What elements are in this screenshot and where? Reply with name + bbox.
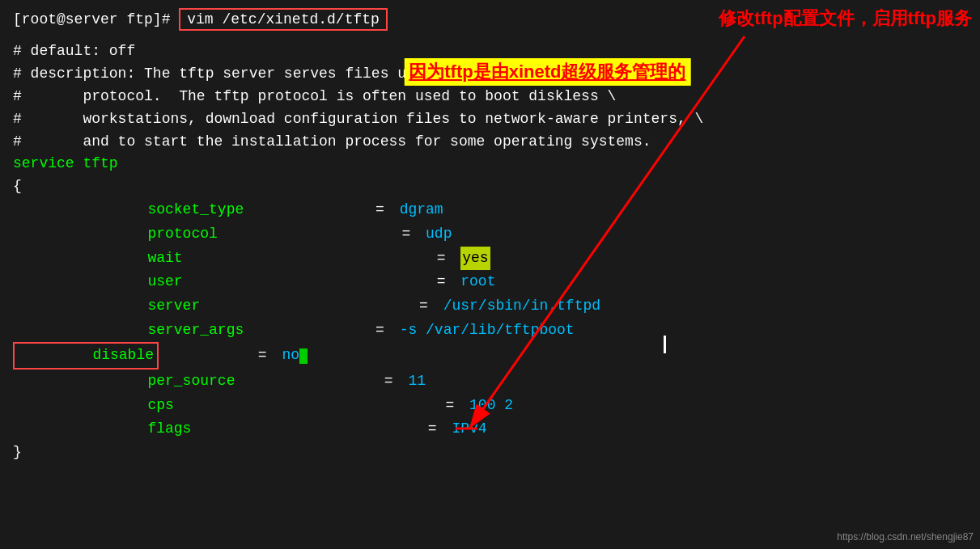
command-box: vim /etc/xinetd.d/tftp [179, 8, 388, 31]
value-server: /usr/sbin/in.tftpd [443, 294, 600, 319]
service-line: service tftp [13, 153, 967, 175]
equals-5: = [288, 294, 437, 319]
brace-open: { [13, 175, 967, 198]
value-socket-type: dgram [400, 198, 443, 222]
equals-2: = [288, 222, 419, 247]
equals-10: = [288, 417, 445, 441]
config-wait: wait = yes [13, 247, 967, 271]
equals-3: = [288, 247, 454, 271]
key-server: server [13, 294, 288, 319]
key-socket-type: socket_type [13, 198, 288, 222]
prompt-text: [root@server ftp]# [13, 11, 179, 27]
config-server: server = /usr/sbin/in.tftpd [13, 294, 967, 319]
config-server-args: server_args = -s /var/lib/tftpboot [13, 319, 967, 343]
value-flags: IPv4 [452, 417, 486, 441]
config-protocol: protocol = udp [13, 222, 967, 247]
comment-line-1: # default: off [13, 40, 967, 63]
disable-box: disable [13, 342, 159, 370]
value-wait: yes [460, 247, 490, 271]
equals-7: = [162, 344, 275, 368]
config-disable: disable = no [13, 342, 967, 370]
value-cps: 100 2 [469, 394, 513, 418]
comment-line-2: # description: The tftp server serves fi… [13, 63, 967, 86]
key-cps: cps [13, 394, 288, 418]
key-per-source: per_source [13, 370, 288, 394]
prompt-line: [root@server ftp]# vim /etc/xinetd.d/tft… [13, 8, 967, 31]
key-server-args: server_args [13, 319, 288, 343]
value-protocol: udp [426, 222, 452, 247]
config-cps: cps = 100 2 [13, 394, 967, 418]
config-per-source: per_source = 11 [13, 370, 967, 394]
key-wait: wait [13, 247, 288, 271]
equals-9: = [288, 394, 463, 418]
value-server-args: -s /var/lib/tftpboot [400, 319, 575, 343]
key-user: user [13, 270, 288, 294]
value-user: root [460, 270, 495, 294]
key-flags: flags [13, 417, 288, 441]
disable-value-group: no [282, 344, 308, 368]
key-disable: disable [16, 344, 154, 368]
equals-8: = [288, 370, 401, 394]
equals-1: = [288, 198, 393, 222]
equals-4: = [288, 270, 454, 294]
key-protocol: protocol [13, 222, 288, 247]
comment-line-5: # and to start the installation process … [13, 131, 967, 154]
config-user: user = root [13, 270, 967, 294]
brace-close: } [13, 441, 967, 464]
comment-line-4: # workstations, download configuration f… [13, 108, 967, 131]
equals-6: = [288, 319, 393, 343]
watermark: https://blog.csdn.net/shengjie87 [837, 531, 974, 543]
comment-line-3: # protocol. The tftp protocol is often u… [13, 86, 967, 108]
value-per-source: 11 [408, 370, 426, 394]
config-flags: flags = IPv4 [13, 417, 967, 441]
value-disable: no [282, 344, 299, 368]
cursor-block [299, 348, 308, 364]
config-socket-type: socket_type = dgram [13, 198, 967, 222]
